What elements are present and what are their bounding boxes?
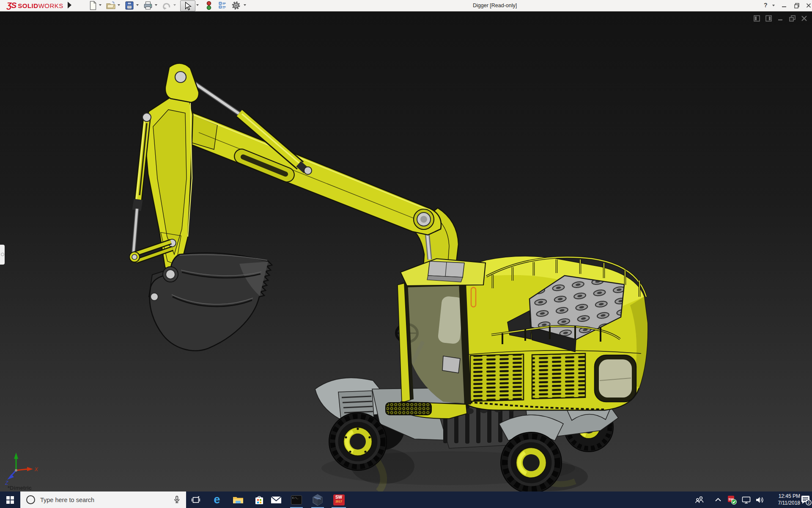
options-button[interactable] [231,0,241,11]
solidworks-logo-bold: SOLID [18,2,38,9]
people-icon [695,496,704,504]
x-axis-label: X [34,467,38,472]
help-button[interactable]: ? [764,2,768,8]
help-caret[interactable] [772,5,775,6]
3d-model-canvas[interactable]: X Z [0,11,812,491]
new-document-button[interactable] [88,0,98,11]
options-caret[interactable] [244,4,246,6]
pane-left-icon[interactable] [753,15,760,22]
search-placeholder: Type here to search [40,497,94,503]
titlebar: ƷS SOLIDWORKS [0,0,812,11]
network-icon [742,496,751,504]
edge-button[interactable]: e [207,491,227,508]
command-prompt-button[interactable]: C:\_ [287,491,306,508]
tab-dot-icon [1,253,4,256]
mail-button[interactable] [266,491,286,508]
command-prompt-icon: C:\_ [291,495,302,505]
print-button[interactable] [143,0,153,11]
z-axis-arrow [7,474,14,480]
feature-manager-collapsed-tab[interactable] [0,245,5,265]
notification-badge: 2 [808,500,810,505]
taskbar-search[interactable]: Type here to search [20,491,186,508]
menu-flyout-arrow-icon[interactable] [68,2,71,8]
screen: ƷS SOLIDWORKS [0,0,812,508]
doc-close-icon[interactable] [801,15,808,22]
stoplight-icon [207,1,211,5]
undo-button[interactable] [162,0,172,11]
front-left-wheel[interactable] [329,413,387,470]
file-explorer-icon [232,495,244,505]
gear-icon [231,0,241,11]
open-button[interactable] [106,0,116,11]
save-button[interactable] [124,0,134,11]
network-tray-button[interactable] [739,491,753,508]
close-button[interactable] [805,2,812,9]
solidworks-monitor-tray[interactable]: SW [725,491,739,508]
print-caret[interactable] [155,4,157,6]
door-window [442,356,460,373]
orientation-triad: X Z [5,453,38,486]
file-properties-button[interactable] [217,0,228,11]
file-properties-icon [217,0,228,11]
restore-icon [793,2,800,9]
arm-head [165,63,199,102]
store-icon [254,495,264,505]
apex-pin [175,72,186,83]
close-icon [805,2,812,9]
bucket[interactable] [149,253,272,351]
doc-minimize-icon[interactable] [777,15,784,22]
undo-caret[interactable] [173,4,176,6]
solidworks-logo-mark: ƷS [7,1,16,10]
excavator-model[interactable]: X Z [5,63,647,491]
action-center-icon: 2 [801,494,812,505]
solidworks-logo-light: WORKS [38,2,63,9]
document-window-controls [753,15,808,22]
cad-app-icon [312,494,323,506]
minimize-icon [781,2,787,9]
cad-app-button[interactable] [308,491,327,508]
tray-time: 12:45 PM [768,493,800,500]
edge-icon: e [214,493,220,506]
bucket-pivot-pin [166,270,175,279]
microphone-icon[interactable] [173,495,181,504]
pane-right-icon[interactable] [765,15,772,22]
windows-logo-icon [6,496,14,504]
front-skirt-vent [386,403,431,415]
chevron-up-icon [715,498,721,502]
start-button[interactable] [0,491,20,508]
cab-glass [405,283,466,403]
solidworks-check-icon: SW [727,495,737,505]
tray-overflow-button[interactable] [711,491,725,508]
solidworks-2017-icon: SW2017 [333,494,345,505]
solidworks-2017-button[interactable]: SW2017 [329,491,348,508]
task-view-icon [192,496,200,504]
select-caret[interactable] [196,4,199,6]
new-document-caret[interactable] [99,4,102,6]
action-center-button[interactable]: 2 [800,491,812,508]
speaker-icon [755,496,764,504]
window-title: Digger [Read-only] [473,3,517,8]
tray-date: 7/11/2018 [768,500,800,506]
x-axis-arrow [27,467,33,471]
select-tool-button[interactable] [180,0,195,11]
rebuild-stoplight-button[interactable] [204,0,214,11]
cortana-icon [26,495,35,504]
save-caret[interactable] [136,4,139,6]
rear-window [595,355,636,402]
doc-restore-icon[interactable] [789,15,796,22]
front-right-wheel[interactable] [501,432,562,491]
people-button[interactable] [692,491,707,508]
open-caret[interactable] [118,4,120,6]
volume-tray-button[interactable] [753,491,766,508]
roof-vent-box [427,261,464,282]
minimize-button[interactable] [781,2,787,9]
graphics-area[interactable]: X Z *Dimetric [0,11,812,491]
taskbar: Type here to search e [0,491,812,508]
task-view-button[interactable] [186,491,206,508]
select-cursor-icon [186,2,191,10]
restore-button[interactable] [793,2,800,9]
clock[interactable]: 12:45 PM 7/11/2018 [768,493,800,506]
view-orientation-label: *Dimetric [8,485,32,491]
file-explorer-button[interactable] [228,491,248,508]
y-axis-arrow [14,453,18,459]
